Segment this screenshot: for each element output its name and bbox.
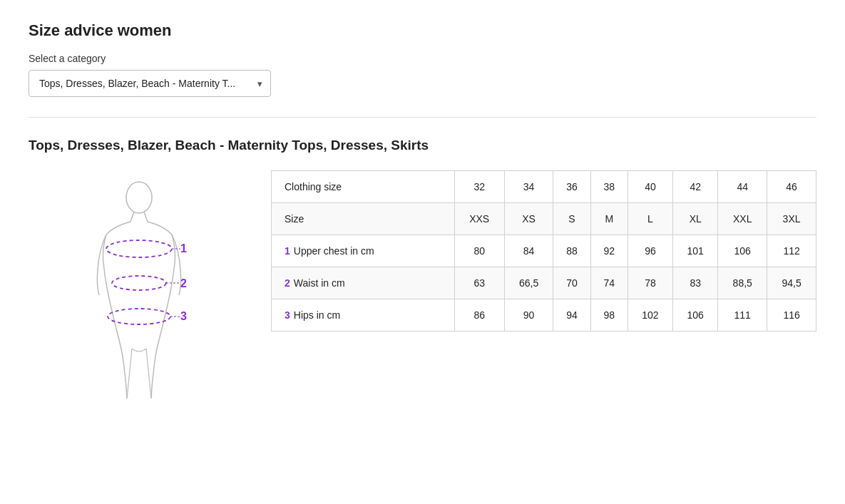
row-label-text: Clothing size <box>285 181 342 192</box>
category-select-wrapper: Tops, Dresses, Blazer, Beach - Maternity… <box>29 70 271 97</box>
cell-value: 38 <box>590 171 628 203</box>
cell-value: 63 <box>454 267 504 299</box>
svg-line-3 <box>127 349 132 398</box>
svg-line-4 <box>146 349 151 398</box>
cell-value: XXS <box>454 203 504 235</box>
section-title: Tops, Dresses, Blazer, Beach - Maternity… <box>29 138 816 153</box>
section-divider <box>29 117 816 118</box>
row-label-text: Hips in cm <box>294 309 340 321</box>
cell-value: 88,5 <box>718 267 767 299</box>
cell-value: 102 <box>628 299 672 331</box>
svg-text:2: 2 <box>180 277 187 289</box>
cell-value: 40 <box>628 171 672 203</box>
figure-area: 1 2 3 <box>29 170 250 406</box>
svg-text:3: 3 <box>180 310 187 322</box>
cell-value: M <box>590 203 628 235</box>
cell-value: 92 <box>590 235 628 267</box>
cell-value: 36 <box>553 171 590 203</box>
measurement-badge: 3 <box>285 309 290 321</box>
row-label-cell: Size <box>272 203 455 235</box>
row-label-text: Size <box>285 213 304 225</box>
cell-value: 78 <box>628 267 672 299</box>
cell-value: 3XL <box>767 203 816 235</box>
body-figure-svg: 1 2 3 <box>75 178 203 406</box>
row-label-text: Waist in cm <box>294 277 345 289</box>
cell-value: S <box>553 203 590 235</box>
table-row: 3Hips in cm86909498102106111116 <box>272 299 816 331</box>
cell-value: 106 <box>718 235 767 267</box>
cell-value: 112 <box>767 235 816 267</box>
row-label-text: Upper chest in cm <box>294 245 374 257</box>
cell-value: 44 <box>718 171 767 203</box>
cell-value: 90 <box>504 299 553 331</box>
page-container: Size advice women Select a category Tops… <box>0 0 845 504</box>
cell-value: 80 <box>454 235 504 267</box>
cell-value: 88 <box>553 235 590 267</box>
page-title: Size advice women <box>29 21 816 40</box>
svg-point-5 <box>106 240 172 257</box>
cell-value: XXL <box>718 203 767 235</box>
svg-point-6 <box>112 276 166 290</box>
row-label-cell: 2Waist in cm <box>272 267 455 299</box>
cell-value: XS <box>504 203 553 235</box>
cell-value: 116 <box>767 299 816 331</box>
cell-value: 96 <box>628 235 672 267</box>
cell-value: 66,5 <box>504 267 553 299</box>
cell-value: 46 <box>767 171 816 203</box>
size-table: Clothing size3234363840424446SizeXXSXSSM… <box>271 170 816 331</box>
row-label-cell: Clothing size <box>272 171 455 203</box>
content-area: 1 2 3 Clothing size3234363840424446SizeX… <box>29 170 816 406</box>
category-label: Select a category <box>29 53 816 64</box>
cell-value: 70 <box>553 267 590 299</box>
table-area: Clothing size3234363840424446SizeXXSXSSM… <box>271 170 816 331</box>
cell-value: 74 <box>590 267 628 299</box>
cell-value: 34 <box>504 171 553 203</box>
row-label-cell: 1Upper chest in cm <box>272 235 455 267</box>
svg-point-0 <box>126 182 152 213</box>
cell-value: 94,5 <box>767 267 816 299</box>
cell-value: XL <box>673 203 718 235</box>
category-select[interactable]: Tops, Dresses, Blazer, Beach - Maternity… <box>29 70 271 97</box>
cell-value: 101 <box>673 235 718 267</box>
cell-value: 98 <box>590 299 628 331</box>
measurement-badge: 2 <box>285 277 290 289</box>
table-row: SizeXXSXSSMLXLXXL3XL <box>272 203 816 235</box>
table-row: Clothing size3234363840424446 <box>272 171 816 203</box>
cell-value: 106 <box>673 299 718 331</box>
svg-point-7 <box>108 309 170 324</box>
row-label-cell: 3Hips in cm <box>272 299 455 331</box>
svg-line-1 <box>130 212 134 222</box>
cell-value: 111 <box>718 299 767 331</box>
cell-value: 94 <box>553 299 590 331</box>
cell-value: L <box>628 203 672 235</box>
cell-value: 86 <box>454 299 504 331</box>
cell-value: 32 <box>454 171 504 203</box>
svg-line-2 <box>144 212 148 222</box>
table-row: 1Upper chest in cm8084889296101106112 <box>272 235 816 267</box>
measurement-badge: 1 <box>285 245 290 257</box>
cell-value: 84 <box>504 235 553 267</box>
svg-text:1: 1 <box>180 242 187 254</box>
table-row: 2Waist in cm6366,57074788388,594,5 <box>272 267 816 299</box>
cell-value: 83 <box>673 267 718 299</box>
cell-value: 42 <box>673 171 718 203</box>
